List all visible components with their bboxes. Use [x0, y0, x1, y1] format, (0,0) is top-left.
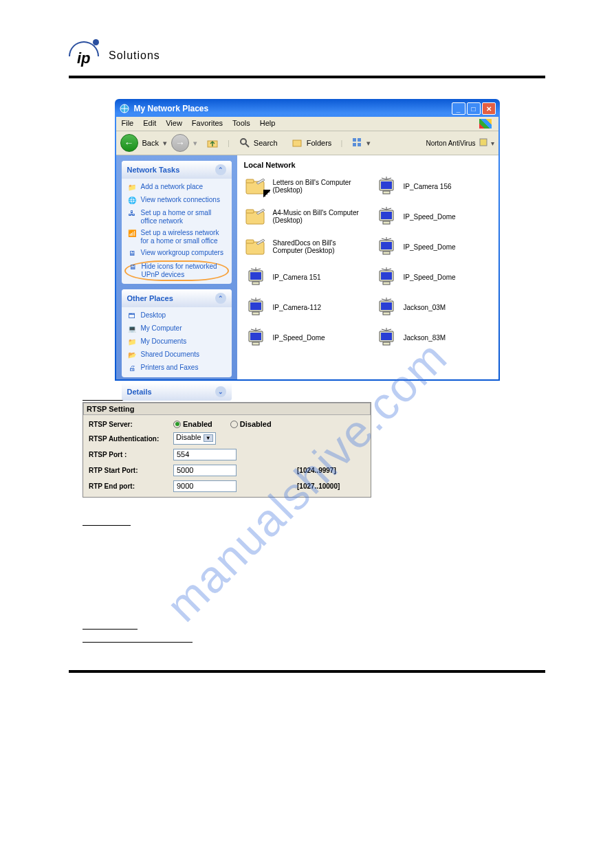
explorer-window: My Network Places _ □ ✕ File Edit View F… — [115, 99, 500, 381]
device-label: IP_Speed_Dome — [404, 213, 456, 221]
rtp-start-label: RTP Start Port: — [89, 467, 168, 474]
network-tasks-panel: Network Tasks ⌃ 📁Add a network place 🌐Vi… — [122, 161, 232, 284]
device-monitor-icon — [375, 236, 398, 257]
rtsp-title: RTSP Setting — [83, 403, 371, 415]
forward-dropdown-icon[interactable]: ▾ — [193, 139, 197, 148]
svg-rect-65 — [252, 342, 259, 345]
shared-folder-item[interactable]: A4-Music on Bill's Computer (Desktop) — [244, 206, 361, 227]
device-monitor-item[interactable]: IP_Speed_Dome — [375, 206, 492, 227]
svg-line-68 — [386, 329, 391, 331]
device-monitor-icon — [375, 327, 398, 348]
setup-wireless-network[interactable]: 📶Set up a wireless network for a home or… — [127, 229, 226, 245]
network-tasks-header[interactable]: Network Tasks ⌃ — [122, 161, 232, 179]
svg-rect-29 — [246, 240, 254, 243]
window-titlebar[interactable]: My Network Places _ □ ✕ — [116, 100, 498, 117]
device-monitor-item[interactable]: Jackson_03M — [375, 297, 492, 318]
rtsp-auth-label: RTSP Authentication: — [89, 435, 168, 443]
details-title: Details — [127, 388, 152, 396]
svg-rect-70 — [381, 333, 392, 340]
rtsp-enabled-radio[interactable]: Enabled — [173, 420, 212, 428]
setup-home-network[interactable]: 🖧Set up a home or small office network — [127, 209, 226, 225]
device-monitor-item[interactable]: IP_Speed_Dome — [244, 327, 361, 348]
menu-bar: File Edit View Favorites Tools Help — [116, 117, 498, 131]
menu-favorites[interactable]: Favorites — [192, 119, 223, 129]
other-places-header[interactable]: Other Places ⌃ — [122, 289, 232, 307]
device-monitor-icon — [375, 297, 398, 318]
antivirus-dropdown-icon[interactable]: ▾ — [491, 140, 494, 147]
add-network-place[interactable]: 📁Add a network place — [127, 183, 226, 192]
views-button[interactable]: ▾ — [347, 134, 375, 152]
svg-rect-41 — [252, 282, 259, 285]
svg-rect-20 — [246, 212, 264, 224]
shared-folder-item[interactable]: SharedDocs on Bill's Computer (Desktop) — [244, 236, 361, 257]
menu-tools[interactable]: Tools — [232, 119, 250, 129]
search-button[interactable]: Search — [234, 134, 283, 152]
rtsp-panel: RTSP Setting RTSP Server: Enabled Disabl… — [83, 402, 371, 498]
header-divider — [69, 76, 545, 78]
antivirus-icon[interactable] — [479, 137, 488, 148]
globe-icon: 🌐 — [127, 196, 137, 205]
device-monitor-icon — [375, 267, 398, 287]
menu-help[interactable]: Help — [260, 119, 276, 129]
rtsp-port-label: RTSP Port : — [89, 451, 168, 458]
svg-line-55 — [382, 299, 386, 300]
folders-button[interactable]: Folders — [287, 134, 337, 152]
toolbar: ← Back ▾ → ▾ | Search Folders | ▾ Norton… — [116, 131, 498, 155]
shared-folder-icon — [244, 206, 267, 227]
device-monitor-item[interactable]: IP_Camera-112 — [244, 297, 361, 318]
my-documents-link[interactable]: 📁My Documents — [127, 337, 226, 347]
shared-documents-link[interactable]: 📂Shared Documents — [127, 350, 226, 360]
svg-rect-58 — [381, 302, 392, 310]
svg-rect-52 — [250, 302, 261, 310]
windows-flag-icon — [479, 119, 492, 129]
forward-button[interactable]: → — [171, 134, 189, 152]
device-monitor-item[interactable]: IP_Speed_Dome — [375, 236, 492, 257]
maximize-button[interactable]: □ — [467, 102, 481, 115]
svg-rect-7 — [353, 138, 356, 142]
my-computer-link[interactable]: 💻My Computer — [127, 324, 226, 334]
rtsp-port-input[interactable]: 554 — [173, 449, 237, 460]
printers-faxes-link[interactable]: 🖨Printers and Faxes — [127, 364, 226, 373]
menu-view[interactable]: View — [166, 119, 182, 129]
rtp-end-input[interactable]: 9000 — [173, 480, 237, 492]
up-button[interactable] — [201, 134, 223, 152]
svg-rect-28 — [246, 242, 264, 254]
desktop-link[interactable]: 🗔Desktop — [127, 311, 226, 321]
svg-rect-6 — [293, 140, 301, 146]
device-monitor-item[interactable]: IP_Speed_Dome — [375, 267, 492, 287]
svg-rect-8 — [358, 138, 361, 142]
minimize-button[interactable]: _ — [452, 102, 465, 115]
shared-folder-item[interactable]: Letters on Bill's Computer (Desktop) — [244, 176, 361, 197]
back-button[interactable]: ← — [120, 134, 138, 152]
rtsp-disabled-radio[interactable]: Disabled — [230, 420, 272, 428]
rtp-start-input[interactable]: 5000 — [173, 465, 237, 476]
device-monitor-icon — [375, 206, 398, 227]
main-content: Local Network Letters on Bill's Computer… — [237, 155, 498, 379]
device-monitor-item[interactable]: Jackson_83M — [375, 327, 492, 348]
rtsp-server-label: RTSP Server: — [89, 421, 168, 428]
svg-line-16 — [386, 178, 391, 179]
details-header[interactable]: Details ⌄ — [122, 383, 232, 401]
device-label: IP_Speed_Dome — [273, 334, 325, 342]
view-network-connections[interactable]: 🌐View network connections — [127, 196, 226, 205]
menu-edit[interactable]: Edit — [143, 119, 156, 129]
views-icon — [351, 137, 364, 149]
device-label: IP_Speed_Dome — [404, 243, 456, 251]
shared-folder-icon — [244, 236, 267, 257]
view-workgroup-computers[interactable]: 🖥View workgroup computers — [127, 249, 226, 258]
menu-file[interactable]: File — [122, 119, 134, 129]
hide-upnp-icons[interactable]: 🖥Hide icons for networked UPnP devices — [128, 263, 226, 279]
back-dropdown-icon[interactable]: ▾ — [163, 139, 167, 148]
device-label: IP_Camera-112 — [273, 304, 322, 311]
network-icon: 🖧 — [127, 209, 137, 219]
svg-rect-46 — [381, 272, 392, 280]
device-monitor-item[interactable]: IP_Camera 151 — [244, 267, 361, 287]
rtsp-auth-select[interactable]: Disable ▼ — [173, 432, 216, 445]
close-button[interactable]: ✕ — [482, 102, 496, 115]
antivirus-toolbar: Norton AntiVirus ▾ — [426, 137, 494, 148]
svg-rect-9 — [353, 143, 356, 146]
search-icon — [239, 137, 251, 149]
device-monitor-item[interactable]: IP_Camera 156 — [375, 176, 492, 197]
stub-underline-2 — [83, 629, 138, 630]
device-label: IP_Camera 156 — [404, 183, 452, 190]
